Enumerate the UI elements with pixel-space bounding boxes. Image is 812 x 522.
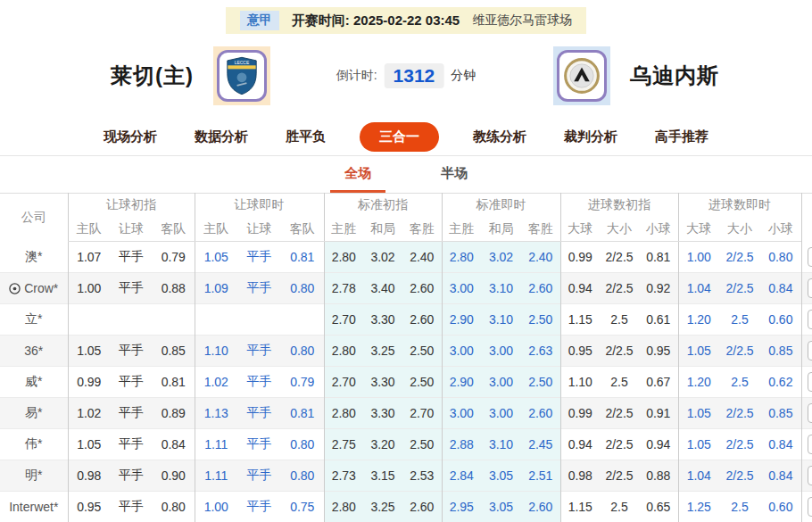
odds-cell[interactable]: 平手: [110, 460, 153, 492]
odds-cell[interactable]: 2/2.5: [600, 242, 639, 273]
odds-cell[interactable]: 0.85: [760, 336, 801, 367]
odds-cell[interactable]: 2.70: [324, 367, 363, 398]
odds-cell[interactable]: 2/2.5: [600, 460, 639, 492]
tab-three-in-one[interactable]: 三合一: [360, 122, 439, 152]
odds-cell[interactable]: 2/2.5: [600, 336, 639, 367]
odds-cell[interactable]: 2.70: [324, 304, 363, 336]
odds-cell[interactable]: 3.30: [363, 304, 402, 336]
odds-cell[interactable]: 0.88: [153, 273, 195, 304]
odds-cell[interactable]: 2.50: [402, 429, 442, 460]
odds-cell[interactable]: 1.02: [68, 398, 110, 429]
odds-cell[interactable]: 3.40: [363, 273, 402, 304]
odds-cell[interactable]: 2/2.5: [719, 429, 760, 460]
odds-cell[interactable]: 2.84: [442, 460, 481, 492]
odds-cell[interactable]: 1.05: [678, 336, 719, 367]
odds-cell[interactable]: 1.11: [195, 460, 237, 492]
odds-cell[interactable]: 2.63: [521, 336, 560, 367]
row-more-button[interactable]: [808, 278, 812, 298]
odds-cell[interactable]: 2.80: [442, 242, 481, 273]
league-badge[interactable]: 意甲: [240, 11, 279, 30]
odds-cell[interactable]: 1.05: [68, 429, 110, 460]
odds-cell[interactable]: 1.02: [195, 367, 237, 398]
odds-cell[interactable]: 1.09: [195, 273, 237, 304]
odds-cell[interactable]: 0.90: [153, 460, 195, 492]
odds-cell[interactable]: 0.95: [68, 492, 110, 522]
odds-cell[interactable]: 0.61: [639, 304, 678, 336]
row-more-button[interactable]: [808, 310, 812, 329]
bookmaker-cell[interactable]: 36*: [0, 336, 68, 367]
tab-data-analysis[interactable]: 数据分析: [191, 123, 252, 151]
odds-cell[interactable]: 2.53: [402, 460, 442, 492]
row-more-button[interactable]: [808, 247, 812, 267]
odds-cell[interactable]: 3.10: [481, 429, 521, 460]
odds-cell[interactable]: 2.40: [402, 242, 442, 273]
odds-cell[interactable]: 1.20: [678, 304, 719, 336]
bookmaker-cell[interactable]: 澳*: [0, 242, 68, 273]
odds-cell[interactable]: 0.81: [153, 367, 195, 398]
odds-cell[interactable]: 平手: [110, 242, 153, 273]
odds-cell[interactable]: 2.75: [324, 429, 363, 460]
tab-referee-analysis[interactable]: 裁判分析: [560, 123, 621, 151]
odds-cell[interactable]: 2.70: [402, 398, 442, 429]
odds-cell[interactable]: 0.85: [760, 398, 801, 429]
odds-cell[interactable]: 1.00: [195, 492, 237, 522]
odds-cell[interactable]: 0.80: [281, 336, 324, 367]
row-more-button[interactable]: [808, 497, 812, 517]
odds-cell[interactable]: 2/2.5: [600, 398, 639, 429]
odds-cell[interactable]: 3.00: [481, 367, 521, 398]
odds-cell[interactable]: 平手: [237, 367, 281, 398]
odds-cell[interactable]: 2.88: [442, 429, 481, 460]
odds-cell[interactable]: 平手: [110, 367, 153, 398]
odds-cell[interactable]: 2.50: [521, 367, 560, 398]
odds-cell[interactable]: 0.65: [639, 492, 678, 522]
odds-cell[interactable]: 3.05: [481, 492, 521, 522]
odds-cell[interactable]: 2.51: [521, 460, 560, 492]
odds-cell[interactable]: 1.20: [678, 367, 719, 398]
odds-cell[interactable]: 0.85: [153, 336, 195, 367]
odds-cell[interactable]: 2.80: [324, 492, 363, 522]
odds-cell[interactable]: 2/2.5: [600, 273, 639, 304]
odds-cell[interactable]: 2.78: [324, 273, 363, 304]
odds-cell[interactable]: 3.30: [363, 367, 402, 398]
odds-cell[interactable]: 2.50: [402, 336, 442, 367]
odds-cell[interactable]: 3.00: [442, 273, 481, 304]
odds-cell[interactable]: 2.60: [402, 273, 442, 304]
tab-coach-analysis[interactable]: 教练分析: [469, 123, 530, 151]
odds-cell[interactable]: 1.00: [678, 242, 719, 273]
odds-cell[interactable]: 2.80: [324, 336, 363, 367]
odds-cell[interactable]: 0.81: [281, 398, 324, 429]
odds-cell[interactable]: 1.15: [560, 492, 600, 522]
bookmaker-cell[interactable]: 威*: [0, 367, 68, 398]
odds-cell[interactable]: 2.60: [521, 492, 560, 522]
odds-cell[interactable]: 0.99: [560, 398, 600, 429]
odds-cell[interactable]: 3.02: [481, 242, 521, 273]
odds-cell[interactable]: 3.00: [481, 398, 521, 429]
tab-win-draw-loss[interactable]: 胜平负: [282, 123, 329, 151]
odds-cell[interactable]: 1.13: [195, 398, 237, 429]
odds-cell[interactable]: 2.5: [600, 367, 639, 398]
odds-cell[interactable]: 2/2.5: [719, 460, 760, 492]
odds-cell[interactable]: 0.94: [560, 273, 600, 304]
odds-cell[interactable]: 0.99: [560, 242, 600, 273]
odds-cell[interactable]: 平手: [237, 429, 281, 460]
odds-cell[interactable]: 3.10: [481, 273, 521, 304]
odds-cell[interactable]: 3.10: [481, 304, 521, 336]
odds-cell[interactable]: 0.80: [760, 242, 801, 273]
odds-cell[interactable]: 2.95: [442, 492, 481, 522]
odds-cell[interactable]: 1.00: [68, 273, 110, 304]
odds-cell[interactable]: 平手: [110, 429, 153, 460]
odds-cell[interactable]: 1.10: [195, 336, 237, 367]
odds-cell[interactable]: 2.5: [600, 304, 639, 336]
odds-cell[interactable]: 3.02: [363, 242, 402, 273]
odds-cell[interactable]: 3.00: [481, 336, 521, 367]
odds-cell[interactable]: 2.60: [521, 398, 560, 429]
odds-cell[interactable]: 平手: [237, 460, 281, 492]
odds-cell[interactable]: 0.91: [639, 398, 678, 429]
odds-cell[interactable]: 2.40: [521, 242, 560, 273]
row-more-button[interactable]: [808, 403, 812, 423]
odds-cell[interactable]: 3.25: [363, 336, 402, 367]
odds-cell[interactable]: 0.80: [281, 460, 324, 492]
odds-cell[interactable]: 0.80: [281, 273, 324, 304]
odds-cell[interactable]: 0.81: [281, 242, 324, 273]
row-more-button[interactable]: [808, 372, 812, 392]
